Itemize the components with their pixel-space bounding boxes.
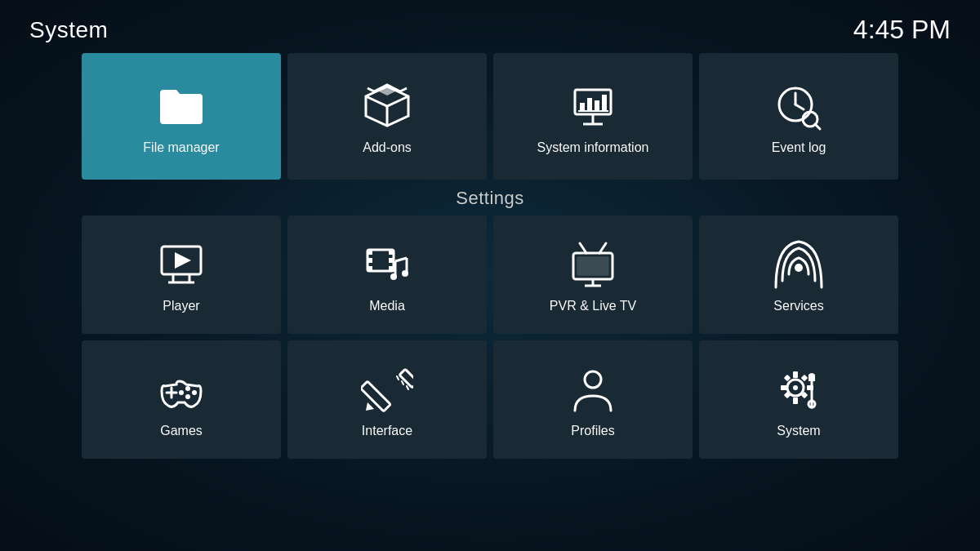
svg-point-42 [179, 390, 184, 395]
tile-label-file-manager: File manager [143, 140, 219, 155]
svg-point-41 [185, 394, 190, 399]
tile-add-ons[interactable]: Add-ons [287, 53, 487, 180]
tile-label-event-log: Event log [772, 140, 826, 155]
svg-rect-57 [801, 374, 808, 380]
svg-line-26 [395, 258, 407, 261]
svg-rect-6 [602, 95, 607, 111]
svg-line-46 [402, 381, 403, 384]
svg-line-47 [407, 386, 408, 389]
tile-label-pvr-live-tv: PVR & Live TV [550, 299, 636, 313]
settings-row-2: Games Interface [82, 340, 898, 459]
tile-label-interface: Interface [362, 424, 412, 438]
gear-tools-icon [773, 363, 825, 415]
main-content: File manager Add-ons [0, 53, 980, 459]
svg-rect-31 [577, 257, 608, 275]
svg-rect-3 [580, 103, 585, 111]
tile-interface[interactable]: Interface [287, 340, 487, 459]
tile-label-services: Services [773, 299, 823, 313]
top-row: File manager Add-ons [82, 53, 898, 180]
svg-rect-5 [595, 100, 599, 111]
film-music-icon [361, 238, 413, 291]
tile-label-player: Player [163, 299, 199, 313]
svg-rect-53 [781, 385, 787, 390]
svg-line-32 [580, 243, 586, 253]
svg-point-40 [192, 390, 197, 395]
settings-heading: Settings [82, 188, 898, 209]
settings-row-1: Player [82, 216, 898, 334]
tile-event-log[interactable]: Event log [699, 53, 898, 180]
tile-label-system-information: System information [537, 140, 649, 155]
svg-point-48 [585, 371, 601, 388]
svg-rect-21 [368, 266, 372, 271]
svg-rect-43 [361, 381, 390, 411]
svg-rect-19 [368, 250, 372, 255]
svg-rect-44 [399, 369, 413, 388]
tv-icon [567, 238, 619, 291]
tile-system-information[interactable]: System information [493, 53, 693, 180]
monitor-play-icon [155, 238, 207, 291]
svg-line-12 [815, 124, 820, 129]
svg-rect-51 [793, 371, 798, 378]
clock: 4:45 PM [853, 15, 951, 45]
chart-icon [567, 80, 619, 132]
svg-point-50 [793, 385, 798, 390]
settings-section: Settings Player [82, 188, 898, 459]
tile-profiles[interactable]: Profiles [493, 340, 693, 459]
clock-search-icon [773, 80, 825, 132]
svg-point-39 [185, 386, 190, 391]
tile-system[interactable]: System [699, 340, 898, 459]
svg-rect-20 [368, 258, 372, 263]
pencil-ruler-icon [361, 363, 413, 415]
tile-file-manager[interactable]: File manager [82, 53, 281, 180]
svg-marker-17 [175, 252, 191, 269]
svg-rect-24 [389, 266, 394, 271]
settings-grid: Player [82, 216, 898, 459]
tile-label-system: System [777, 424, 820, 438]
podcast-icon [773, 238, 825, 291]
svg-rect-52 [793, 398, 798, 404]
tile-media[interactable]: Media [287, 216, 487, 334]
svg-line-33 [599, 243, 606, 253]
box-icon [361, 80, 413, 132]
svg-rect-23 [389, 258, 394, 263]
tile-label-profiles: Profiles [571, 424, 614, 438]
svg-rect-22 [389, 250, 394, 255]
page-title: System [29, 17, 108, 43]
folder-icon [155, 80, 207, 132]
header: System 4:45 PM [0, 0, 980, 53]
tile-pvr-live-tv[interactable]: PVR & Live TV [493, 216, 693, 334]
tile-label-add-ons: Add-ons [363, 140, 412, 155]
person-icon [567, 363, 619, 415]
tile-label-media: Media [369, 299, 405, 313]
svg-point-36 [795, 264, 803, 272]
svg-line-45 [397, 376, 399, 380]
svg-point-29 [402, 270, 408, 277]
tile-services[interactable]: Services [699, 216, 898, 334]
tile-player[interactable]: Player [82, 216, 281, 334]
gamepad-icon [155, 363, 207, 415]
tile-label-games: Games [160, 424, 203, 438]
tile-games[interactable]: Games [82, 340, 281, 459]
svg-point-28 [390, 273, 397, 280]
svg-line-10 [795, 104, 804, 109]
svg-rect-4 [587, 98, 592, 111]
